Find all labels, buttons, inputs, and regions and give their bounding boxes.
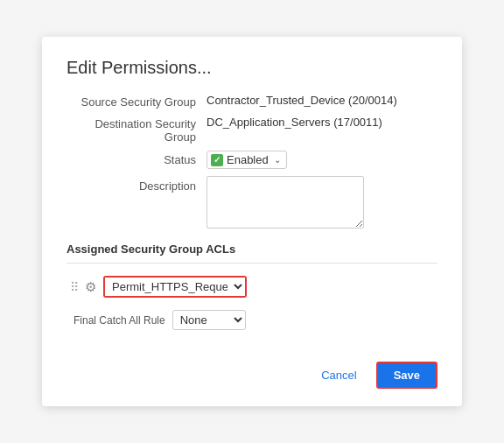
source-security-group-row: Source Security Group Contractor_Trusted… — [66, 94, 438, 109]
description-label: Description — [66, 176, 206, 193]
dialog-footer: Cancel Save — [66, 351, 438, 389]
status-row: Status Enabled ⌄ — [66, 151, 438, 169]
source-security-group-value: Contractor_Trusted_Device (20/0014) — [206, 94, 397, 107]
gear-icon[interactable]: ⚙ — [85, 279, 96, 295]
destination-security-group-label: Destination Security Group — [66, 116, 206, 144]
cancel-button[interactable]: Cancel — [312, 363, 365, 387]
status-text: Enabled — [227, 153, 269, 166]
destination-security-group-value: DC_Application_Servers (17/0011) — [206, 116, 382, 129]
assigned-acls-title: Assigned Security Group ACLs — [66, 243, 438, 256]
final-catch-select[interactable]: None Permit IP Deny IP — [172, 310, 246, 330]
dialog-title: Edit Permissions... — [66, 58, 438, 78]
enabled-checkbox-icon — [211, 154, 223, 166]
destination-security-group-row: Destination Security Group DC_Applicatio… — [66, 116, 438, 144]
description-row: Description — [66, 176, 438, 229]
final-catch-row: Final Catch All Rule None Permit IP Deny… — [66, 306, 438, 334]
save-button[interactable]: Save — [376, 362, 438, 389]
acl-select[interactable]: Permit_HTTPS_Reque Deny_All Permit_All — [105, 278, 245, 296]
status-chevron-icon: ⌄ — [274, 155, 281, 165]
source-security-group-label: Source Security Group — [66, 94, 206, 109]
drag-handle-icon[interactable]: ⠿ — [70, 280, 78, 294]
status-label: Status — [66, 153, 206, 166]
acl-select-wrapper: Permit_HTTPS_Reque Deny_All Permit_All — [103, 276, 247, 298]
edit-permissions-dialog: Edit Permissions... Source Security Grou… — [42, 37, 462, 406]
acl-row: ⠿ ⚙ Permit_HTTPS_Reque Deny_All Permit_A… — [66, 271, 438, 303]
final-catch-label: Final Catch All Rule — [74, 314, 165, 327]
status-dropdown[interactable]: Enabled ⌄ — [206, 151, 287, 169]
divider — [66, 263, 438, 264]
description-input[interactable] — [206, 176, 364, 229]
